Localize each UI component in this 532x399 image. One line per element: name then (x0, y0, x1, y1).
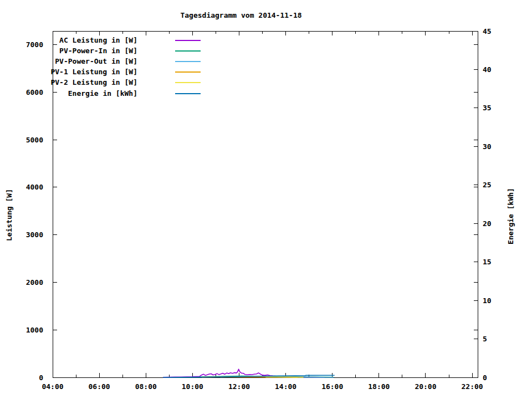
y2-tick-label: 30 (483, 142, 492, 151)
x-tick-label: 20:00 (415, 382, 436, 391)
x-tick-label: 14:00 (275, 382, 296, 391)
x-tick-label: 06:00 (89, 382, 110, 391)
y2-tick-label: 25 (483, 181, 492, 189)
x-tick-label: 08:00 (135, 382, 157, 391)
y1-tick-label: 4000 (26, 183, 43, 191)
y2-tick-label: 40 (483, 65, 492, 74)
x-tick-label: 12:00 (228, 382, 250, 391)
y2-tick-label: 20 (483, 219, 492, 228)
y1-tick-label: 5000 (26, 136, 43, 144)
y2-tick-label: 0 (483, 374, 487, 382)
y1-tick-label: 6000 (26, 88, 43, 96)
y1-tick-label: 0 (39, 374, 43, 382)
y1-tick-label: 7000 (26, 40, 43, 49)
x-tick-label: 22:00 (462, 382, 483, 391)
y1-tick-label: 3000 (26, 231, 43, 239)
x-tick-label: 04:00 (42, 382, 63, 391)
y1-tick-label: 2000 (26, 278, 43, 287)
plot-border (53, 31, 478, 377)
y1-tick-label: 1000 (26, 326, 43, 334)
y2-tick-label: 10 (483, 296, 492, 305)
y2-tick-label: 35 (483, 104, 492, 112)
plot-area: 04:0006:0008:0010:0012:0014:0016:0018:00… (0, 0, 532, 399)
chart-canvas: Tagesdiagramm vom 2014-11-18 Leistung [W… (0, 0, 532, 399)
x-tick-label: 10:00 (182, 382, 203, 391)
y2-tick-label: 45 (483, 27, 492, 35)
x-tick-label: 18:00 (368, 382, 390, 391)
y2-tick-label: 15 (483, 258, 492, 266)
x-tick-label: 16:00 (321, 382, 343, 391)
y2-tick-label: 5 (483, 335, 487, 343)
